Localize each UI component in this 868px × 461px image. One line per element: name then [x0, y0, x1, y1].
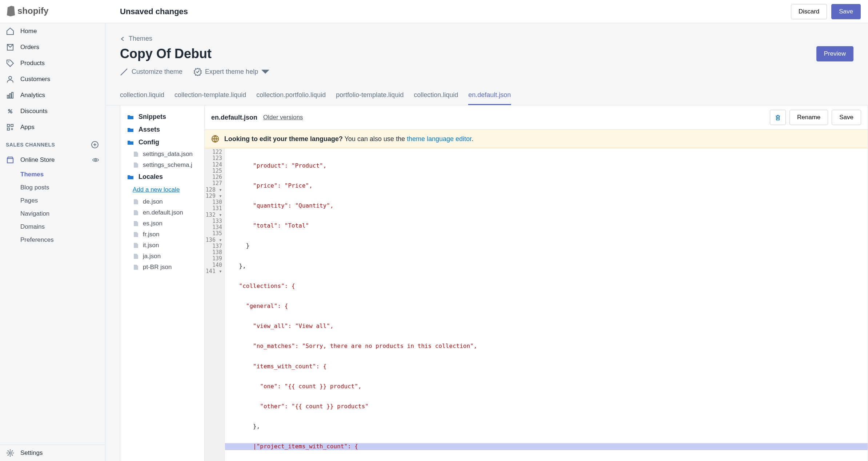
- code-line: },: [225, 263, 868, 269]
- nav-preferences[interactable]: Preferences: [20, 233, 105, 246]
- nav-domains[interactable]: Domains: [20, 220, 105, 233]
- current-filename: en.default.json: [211, 114, 257, 121]
- svg-point-8: [11, 112, 12, 113]
- add-channel-icon[interactable]: [91, 140, 99, 149]
- theme-language-editor-link[interactable]: theme language editor: [407, 135, 471, 143]
- file-settings-schema[interactable]: settings_schema.j: [120, 160, 204, 171]
- nav-themes[interactable]: Themes: [20, 168, 105, 181]
- page-title: Copy Of Debut: [120, 46, 212, 61]
- tab-file[interactable]: portfolio-template.liquid: [336, 91, 403, 105]
- code-lines[interactable]: "product": "Product", "price": "Price", …: [225, 148, 868, 461]
- caret-down-icon: [261, 67, 270, 76]
- file-label: ja.json: [143, 253, 161, 260]
- tab-file[interactable]: collection.liquid: [120, 91, 164, 105]
- nav-label: Discounts: [20, 108, 48, 115]
- file-en-default[interactable]: en.default.json: [120, 207, 204, 218]
- store-icon: [6, 156, 15, 164]
- folder-icon: [127, 139, 134, 146]
- orders-icon: [6, 43, 15, 52]
- preview-button[interactable]: Preview: [816, 46, 853, 61]
- code-line: "other": "{{ count }} products": [225, 403, 868, 410]
- tab-file[interactable]: collection.portfolio.liquid: [256, 91, 326, 105]
- file-icon: [133, 231, 139, 238]
- file-icon: [133, 242, 139, 249]
- file-label: settings_data.json: [143, 151, 193, 158]
- code-save-button[interactable]: Save: [832, 110, 861, 125]
- breadcrumb-back[interactable]: Themes: [120, 35, 853, 43]
- top-actions: Discard Save: [791, 4, 868, 19]
- theme-actions: Customize theme Expert theme help: [120, 67, 853, 76]
- action-label: Expert theme help: [205, 68, 258, 76]
- tab-file-active[interactable]: en.default.json: [468, 91, 511, 105]
- nav-blog-posts[interactable]: Blog posts: [20, 181, 105, 194]
- folder-assets[interactable]: Assets: [120, 123, 204, 136]
- apps-icon: [6, 123, 15, 132]
- file-icon: [133, 209, 139, 216]
- nav-discounts[interactable]: Discounts: [0, 103, 105, 119]
- delete-button[interactable]: [770, 110, 786, 125]
- nav-products[interactable]: Products: [0, 55, 105, 71]
- rename-button[interactable]: Rename: [789, 110, 828, 125]
- nav-customers[interactable]: Customers: [0, 71, 105, 87]
- folder-config[interactable]: Config: [120, 136, 204, 149]
- sales-channels-header: SALES CHANNELS: [0, 135, 105, 152]
- code-line: "general": {: [225, 303, 868, 309]
- expert-help-button[interactable]: Expert theme help: [193, 67, 270, 76]
- svg-rect-10: [7, 124, 9, 127]
- file-settings-data[interactable]: settings_data.json: [120, 149, 204, 160]
- nav-settings[interactable]: Settings: [0, 445, 105, 461]
- nav-home[interactable]: Home: [0, 23, 105, 39]
- logo-area: shopify: [0, 0, 105, 23]
- svg-rect-5: [9, 94, 11, 98]
- file-icon: [133, 253, 139, 260]
- file-de[interactable]: de.json: [120, 196, 204, 207]
- folder-icon: [127, 173, 134, 181]
- save-button[interactable]: Save: [831, 4, 861, 19]
- home-icon: [6, 27, 15, 36]
- code-area: en.default.json Older versions Rename Sa…: [205, 105, 868, 461]
- tab-file[interactable]: collection-template.liquid: [174, 91, 246, 105]
- folder-snippets[interactable]: Snippets: [120, 111, 204, 123]
- nav-orders[interactable]: Orders: [0, 39, 105, 55]
- chevron-left-icon: [120, 36, 125, 41]
- line-gutter: 122123124125126127128 ▾129 ▾130131132 ▾1…: [205, 148, 225, 461]
- nav-pages[interactable]: Pages: [20, 194, 105, 207]
- settings-icon: [6, 449, 15, 457]
- paintbrush-icon: [120, 67, 129, 76]
- main-content: Themes Copy Of Debut Preview Customize t…: [105, 23, 868, 461]
- file-fr[interactable]: fr.json: [120, 229, 204, 240]
- shopify-logo-icon: shopify: [6, 4, 53, 19]
- svg-rect-4: [7, 95, 9, 98]
- breadcrumb-label: Themes: [129, 35, 152, 43]
- nav-label: Products: [20, 60, 45, 67]
- nav-label: Home: [20, 28, 37, 35]
- older-versions-link[interactable]: Older versions: [263, 114, 303, 121]
- nav-online-store[interactable]: Online Store: [0, 152, 105, 168]
- tab-file[interactable]: collection.liquid: [414, 91, 458, 105]
- folder-locales[interactable]: Locales: [120, 171, 204, 183]
- code-line: "total": "Total": [225, 223, 868, 229]
- code-header-actions: Rename Save: [770, 110, 861, 125]
- customers-icon: [6, 75, 15, 84]
- sidebar: Home Orders Products Customers Analytics…: [0, 23, 105, 461]
- discard-button[interactable]: Discard: [791, 4, 827, 19]
- nav-navigation[interactable]: Navigation: [20, 207, 105, 220]
- file-ja[interactable]: ja.json: [120, 251, 204, 262]
- unsaved-changes-label: Unsaved changes: [105, 7, 791, 16]
- trash-icon: [775, 114, 781, 121]
- nav-analytics[interactable]: Analytics: [0, 87, 105, 103]
- customize-theme-button[interactable]: Customize theme: [120, 67, 182, 76]
- top-bar: shopify Unsaved changes Discard Save: [0, 0, 868, 23]
- nav-label: Customers: [20, 76, 50, 83]
- folder-label: Config: [138, 139, 159, 146]
- add-locale-link[interactable]: Add a new locale: [120, 183, 204, 196]
- view-store-icon[interactable]: [92, 156, 99, 164]
- code-body[interactable]: 122123124125126127128 ▾129 ▾130131132 ▾1…: [205, 148, 868, 461]
- file-it[interactable]: it.json: [120, 240, 204, 251]
- file-es[interactable]: es.json: [120, 218, 204, 229]
- globe-icon: [211, 135, 219, 143]
- file-pt[interactable]: pt-BR json: [120, 262, 204, 273]
- nav-label: Settings: [20, 449, 43, 457]
- nav-apps[interactable]: Apps: [0, 119, 105, 135]
- nav-label: Apps: [20, 124, 35, 131]
